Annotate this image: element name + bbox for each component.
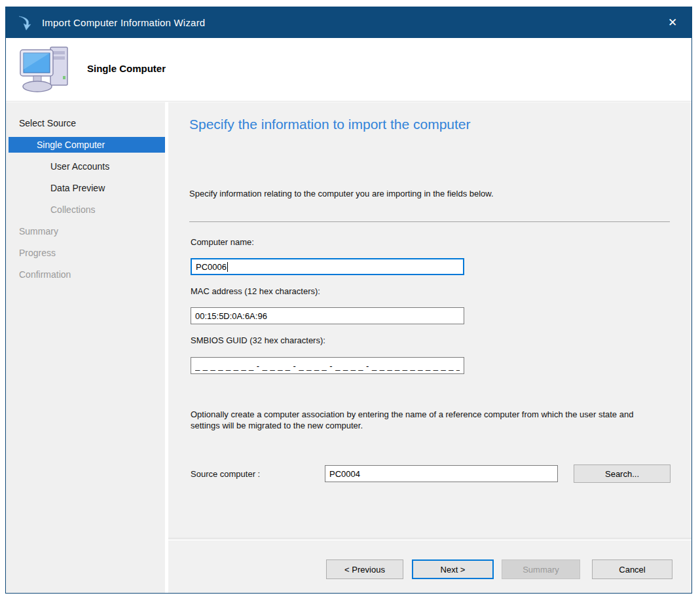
mac-address-input[interactable]: 00:15:5D:0A:6A:96 — [191, 307, 464, 324]
import-arrow-icon — [17, 14, 34, 31]
smbios-guid-label: SMBIOS GUID (32 hex characters): — [191, 335, 325, 345]
window-title: Import Computer Information Wizard — [42, 17, 205, 28]
text-caret — [227, 262, 228, 272]
close-icon[interactable]: ✕ — [664, 15, 681, 31]
smbios-guid-mask: ________-____-____-____-____________ — [195, 361, 460, 371]
computer-icon — [18, 43, 74, 96]
step-progress: Progress — [9, 245, 165, 261]
title-bar: Import Computer Information Wizard ✕ — [6, 7, 691, 38]
step-collections: Collections — [9, 202, 165, 218]
step-select-source[interactable]: Select Source — [9, 115, 165, 131]
summary-button: Summary — [502, 559, 580, 579]
cancel-button[interactable]: Cancel — [592, 559, 672, 579]
footer-divider — [168, 538, 691, 540]
wizard-body: Select Source Single Computer User Accou… — [6, 101, 691, 593]
next-button[interactable]: Next > — [412, 559, 494, 579]
wizard-content-pane: Specify the information to import the co… — [168, 102, 691, 593]
association-note: Optionally create a computer association… — [191, 409, 657, 431]
content-heading: Specify the information to import the co… — [189, 117, 471, 132]
step-confirmation: Confirmation — [9, 267, 165, 282]
section-divider — [189, 221, 670, 222]
computer-name-value: PC0006 — [196, 262, 227, 272]
search-button[interactable]: Search... — [574, 464, 671, 483]
page-title: Single Computer — [87, 63, 166, 74]
source-computer-input[interactable]: PC0004 — [325, 465, 558, 482]
step-data-preview[interactable]: Data Preview — [9, 180, 165, 196]
mac-address-label: MAC address (12 hex characters): — [191, 286, 320, 296]
wizard-header: Single Computer — [6, 38, 691, 101]
computer-name-input[interactable]: PC0006 — [191, 258, 464, 275]
step-user-accounts[interactable]: User Accounts — [9, 159, 165, 174]
source-computer-value: PC0004 — [329, 469, 360, 479]
wizard-steps-sidebar: Select Source Single Computer User Accou… — [6, 102, 165, 593]
smbios-guid-input[interactable]: ________-____-____-____-____________ — [191, 357, 464, 374]
step-list: Select Source Single Computer User Accou… — [6, 102, 165, 282]
step-single-computer[interactable]: Single Computer — [9, 137, 165, 153]
previous-button[interactable]: < Previous — [326, 559, 403, 579]
mac-address-value: 00:15:5D:0A:6A:96 — [195, 311, 267, 321]
intro-text: Specify information relating to the comp… — [189, 189, 494, 199]
screenshot-stage: Import Computer Information Wizard ✕ Sin… — [0, 0, 700, 606]
step-summary: Summary — [9, 223, 165, 239]
wizard-window: Import Computer Information Wizard ✕ Sin… — [5, 7, 692, 594]
computer-name-label: Computer name: — [191, 237, 254, 247]
source-computer-label: Source computer : — [191, 469, 260, 479]
